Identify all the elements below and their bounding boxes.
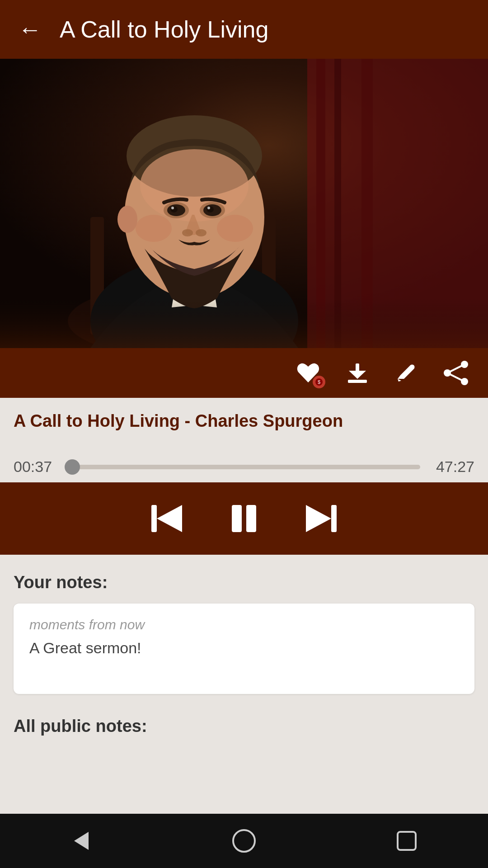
- public-notes-label: All public notes:: [0, 703, 488, 736]
- download-icon: [344, 360, 371, 386]
- pause-icon: [224, 498, 264, 539]
- svg-rect-42: [246, 505, 256, 532]
- svg-point-19: [206, 206, 214, 212]
- svg-point-25: [217, 215, 253, 242]
- next-icon: [300, 498, 341, 539]
- svg-line-37: [447, 364, 465, 373]
- progress-section[interactable]: 00:37 47:27: [0, 451, 488, 482]
- svg-marker-40: [157, 505, 182, 532]
- previous-button[interactable]: [147, 498, 188, 539]
- svg-marker-33: [398, 379, 401, 382]
- edit-button[interactable]: [393, 360, 419, 386]
- portrait-image-area: [0, 59, 488, 348]
- svg-rect-41: [232, 505, 242, 532]
- svg-point-22: [182, 229, 193, 236]
- track-title: A Call to Holy Living - Charles Spurgeon: [14, 411, 474, 431]
- nav-recents-button[interactable]: [389, 823, 425, 859]
- heart-badge: $: [313, 376, 325, 388]
- notes-box[interactable]: moments from now A Great sermon!: [14, 604, 474, 694]
- notes-section: Your notes: moments from now A Great ser…: [0, 555, 488, 703]
- svg-marker-45: [74, 832, 89, 850]
- svg-point-23: [196, 229, 206, 236]
- portrait-background: [0, 59, 488, 348]
- progress-thumb[interactable]: [65, 459, 80, 475]
- pause-button[interactable]: [224, 498, 264, 539]
- share-button[interactable]: [442, 360, 470, 386]
- notes-content: A Great sermon!: [29, 639, 459, 657]
- svg-rect-47: [398, 832, 416, 850]
- controls-bar: [0, 482, 488, 555]
- svg-line-38: [447, 373, 465, 382]
- previous-icon: [147, 498, 188, 539]
- svg-text:$: $: [318, 379, 320, 385]
- download-button[interactable]: [344, 360, 371, 386]
- nav-back-button[interactable]: [63, 823, 99, 859]
- bottom-navigation: [0, 814, 488, 868]
- svg-point-21: [207, 207, 210, 209]
- svg-point-26: [117, 206, 137, 233]
- track-info: A Call to Holy Living - Charles Spurgeon: [0, 398, 488, 451]
- svg-rect-43: [331, 505, 337, 532]
- nav-home-icon: [231, 828, 257, 854]
- favorite-button[interactable]: $: [295, 359, 322, 387]
- share-icon: [442, 360, 470, 386]
- app-header: ← A Call to Holy Living: [0, 0, 488, 59]
- back-button[interactable]: ←: [18, 18, 42, 41]
- svg-point-24: [136, 215, 172, 242]
- svg-point-18: [170, 206, 178, 212]
- svg-rect-39: [151, 505, 157, 532]
- nav-home-button[interactable]: [226, 823, 262, 859]
- svg-marker-44: [306, 505, 331, 532]
- svg-point-13: [140, 149, 249, 222]
- nav-recents-icon: [394, 828, 419, 854]
- svg-rect-30: [348, 380, 367, 383]
- svg-marker-32: [349, 371, 366, 379]
- current-time: 00:37: [14, 458, 59, 476]
- action-bar: $: [0, 348, 488, 398]
- total-time: 47:27: [429, 458, 474, 476]
- edit-icon: [393, 360, 419, 386]
- notes-label: Your notes:: [14, 573, 474, 592]
- svg-point-20: [171, 207, 174, 209]
- notes-timestamp: moments from now: [29, 617, 459, 632]
- portrait-svg: [0, 59, 488, 348]
- progress-bar[interactable]: [68, 465, 420, 469]
- svg-rect-27: [0, 298, 488, 348]
- svg-point-46: [233, 830, 255, 852]
- page-title: A Call to Holy Living: [60, 16, 268, 43]
- nav-back-icon: [69, 828, 94, 854]
- next-button[interactable]: [300, 498, 341, 539]
